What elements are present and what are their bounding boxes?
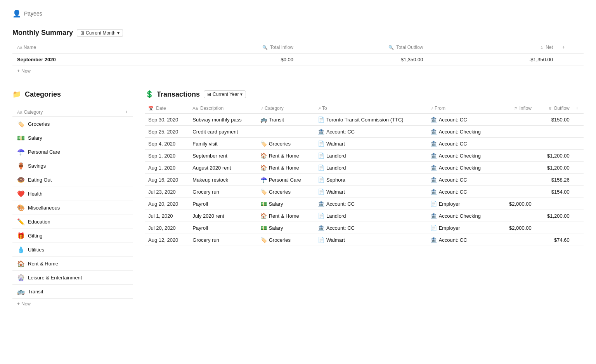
transaction-row[interactable]: Aug 16, 2020 Makeup restock ☂️ Personal … [145, 174, 584, 186]
trans-row-plus [573, 138, 584, 150]
category-list-item[interactable]: 🎁Gifting [12, 229, 133, 243]
hash-icon-inflow: # [515, 106, 517, 111]
trans-outflow-value: $1,200.00 [535, 150, 573, 162]
trans-description: Payroll [189, 198, 257, 210]
trans-to: 📄 Sephora [315, 174, 427, 186]
transaction-row[interactable]: Aug 12, 2020 Grocery run 🏷️ Groceries 📄 … [145, 234, 584, 246]
transaction-row[interactable]: Sep 1, 2020 September rent 🏠 Rent & Home… [145, 150, 584, 162]
th-from: ↗ From [427, 103, 497, 114]
to-cell-label: Account: CC [326, 225, 355, 231]
trans-description: Credit card payment [189, 126, 257, 138]
trans-date: Aug 1, 2020 [145, 162, 189, 174]
trans-date: Aug 12, 2020 [145, 234, 189, 246]
category-list-item[interactable]: 🎡Leisure & Entertainment [12, 271, 133, 285]
category-emoji-icon: 🏠 [17, 260, 25, 267]
transactions-filter-btn[interactable]: ⊞ Current Year ▾ [204, 90, 246, 98]
category-list-item[interactable]: 🏺Savings [12, 159, 133, 173]
trans-description: Grocery run [189, 234, 257, 246]
th-add-col[interactable]: + [558, 42, 584, 54]
from-cell-icon: 🏦 [430, 140, 437, 147]
bottom-section: 📁 Categories Aa Category + 🏷️Groceries💵S… [12, 90, 584, 309]
to-cell-icon: 🏦 [318, 225, 324, 231]
category-cell-label: Transit [269, 117, 284, 123]
transaction-row[interactable]: Sep 30, 2020 Subway monthly pass 🚌 Trans… [145, 114, 584, 126]
category-item-label: Groceries [28, 121, 50, 127]
from-cell-icon: 🏦 [430, 128, 437, 135]
trans-row-plus [573, 126, 584, 138]
trans-outflow-value: $1,200.00 [535, 162, 573, 174]
category-item-label: Transit [28, 289, 43, 295]
categories-new-row[interactable]: + New [12, 299, 133, 309]
category-cell-icon: 🏠 [260, 213, 267, 219]
category-list-item[interactable]: 🏠Rent & Home [12, 257, 133, 271]
category-cell-icon: 🏷️ [260, 140, 267, 147]
trans-date: Jul 1, 2020 [145, 210, 189, 222]
trans-description: Family visit [189, 138, 257, 150]
monthly-summary-title-row: Monthly Summary ⊞ Current Month ▾ [12, 29, 584, 37]
th-total-inflow: 🔍 Total Inflow [168, 42, 298, 54]
trans-inflow-value [497, 210, 535, 222]
category-emoji-icon: 🎁 [17, 232, 25, 239]
monthly-new-row[interactable]: + New [12, 66, 584, 76]
transaction-row[interactable]: Jul 23, 2020 Grocery run 🏷️ Groceries 📄 … [145, 186, 584, 198]
transaction-row[interactable]: Sep 25, 2020 Credit card payment 🏦 Accou… [145, 126, 584, 138]
cat-th-plus[interactable]: + [125, 109, 128, 115]
trans-outflow-value [535, 126, 573, 138]
trans-category: ☂️ Personal Care [257, 174, 315, 186]
category-cell-icon: 💵 [260, 225, 267, 231]
trans-category: 🏠 Rent & Home [257, 162, 315, 174]
category-list-item[interactable]: ✏️Education [12, 215, 133, 229]
trans-category: 🚌 Transit [257, 114, 315, 126]
transaction-row[interactable]: Jul 1, 2020 July 2020 rent 🏠 Rent & Home… [145, 210, 584, 222]
payees-icon: 👤 [12, 9, 21, 18]
sigma-icon: Σ [541, 45, 543, 50]
category-list-item[interactable]: 🎨Miscellaneous [12, 201, 133, 215]
trans-inflow-value [497, 138, 535, 150]
transactions-title: Transactions [157, 90, 200, 99]
category-emoji-icon: 🚌 [17, 288, 25, 295]
trans-category: 🏷️ Groceries [257, 234, 315, 246]
category-list-item[interactable]: 💧Utilities [12, 243, 133, 257]
category-list-item[interactable]: ☂️Personal Care [12, 145, 133, 159]
category-cell-label: Personal Care [269, 177, 301, 183]
category-cell-label: Groceries [269, 141, 291, 147]
payees-header: 👤 Payees [12, 9, 584, 18]
monthly-filter-btn[interactable]: ⊞ Current Month ▾ [77, 29, 123, 37]
th-plus[interactable]: + [573, 103, 584, 114]
trans-to: 📄 Walmart [315, 234, 427, 246]
category-cell-icon: 🏠 [260, 165, 267, 171]
summary-plus [558, 54, 584, 66]
transactions-header: 💲 Transactions ⊞ Current Year ▾ [145, 90, 584, 99]
category-list-item[interactable]: 🚌Transit [12, 285, 133, 299]
trans-inflow-value: $2,000.00 [497, 222, 535, 234]
to-cell-icon: 📄 [318, 165, 324, 171]
trans-description: Makeup restock [189, 174, 257, 186]
trans-from: 🏦 Account: CC [427, 186, 497, 198]
trans-row-plus [573, 174, 584, 186]
transaction-row[interactable]: Jul 20, 2020 Payroll 💵 Salary 🏦 Account:… [145, 222, 584, 234]
sort-icon-cat: ↗ [260, 106, 263, 111]
category-list-item[interactable]: 💵Salary [12, 131, 133, 145]
transaction-row[interactable]: Aug 1, 2020 August 2020 rent 🏠 Rent & Ho… [145, 162, 584, 174]
trans-row-plus [573, 186, 584, 198]
summary-outflow: $1,350.00 [298, 54, 428, 66]
category-list-item[interactable]: 🏷️Groceries [12, 117, 133, 131]
trans-table-icon: ⊞ [207, 92, 211, 97]
transactions-table: 📅 Date Aa Description ↗ Category ↗ [145, 103, 584, 246]
summary-inflow: $0.00 [168, 54, 298, 66]
trans-to: 📄 Walmart [315, 186, 427, 198]
category-cell-icon: 🚌 [260, 116, 267, 123]
transaction-row[interactable]: Sep 4, 2020 Family visit 🏷️ Groceries 📄 … [145, 138, 584, 150]
category-list-item[interactable]: ❤️Health [12, 187, 133, 201]
transactions-title-row: 💲 Transactions [145, 90, 200, 99]
trans-inflow-value [497, 186, 535, 198]
trans-row-plus [573, 114, 584, 126]
transaction-row[interactable]: Aug 20, 2020 Payroll 💵 Salary 🏦 Account:… [145, 198, 584, 210]
trans-inflow-value [497, 162, 535, 174]
to-cell-icon: 📄 [318, 140, 324, 147]
trans-from: 🏦 Account: Checking [427, 162, 497, 174]
category-emoji-icon: 💵 [17, 134, 25, 142]
trans-filter-label: Current Year [213, 92, 239, 97]
to-cell-label: Toronto Transit Commission (TTC) [326, 117, 404, 123]
category-list-item[interactable]: 🍩Eating Out [12, 173, 133, 187]
